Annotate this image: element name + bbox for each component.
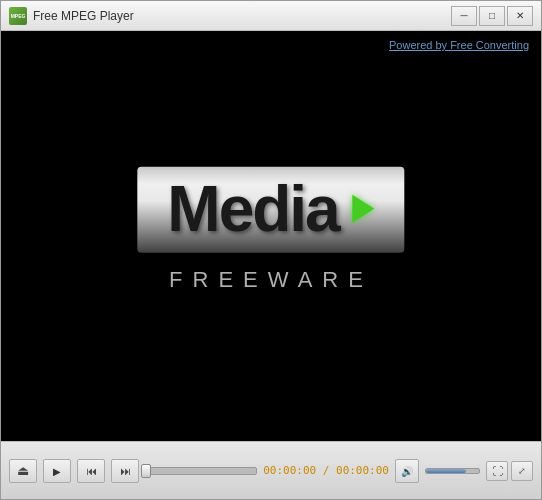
resize-icon: ⤢ (518, 466, 526, 476)
play-icon (53, 464, 61, 478)
prev-button[interactable] (77, 459, 105, 483)
close-button[interactable]: ✕ (507, 6, 533, 26)
volume-icon (401, 464, 413, 478)
video-area: Powered by Free Converting Media Freewar… (1, 31, 541, 441)
maximize-button[interactable]: □ (479, 6, 505, 26)
title-bar: MPEG Free MPEG Player ─ □ ✕ (1, 1, 541, 31)
media-logo: Media Freeware (137, 167, 404, 293)
time-display: 00:00:00 / 00:00:00 (263, 464, 389, 477)
volume-slider[interactable] (425, 468, 480, 474)
freeware-subtitle: Freeware (169, 267, 373, 293)
app-icon: MPEG (9, 7, 27, 25)
progress-bar[interactable] (145, 467, 257, 475)
powered-by-link[interactable]: Powered by Free Converting (389, 39, 529, 51)
eject-icon (17, 463, 29, 478)
play-button[interactable] (43, 459, 71, 483)
title-bar-controls: ─ □ ✕ (451, 6, 533, 26)
volume-fill (426, 469, 466, 473)
prev-icon (86, 464, 97, 478)
fullscreen-icon: ⛶ (492, 465, 503, 477)
media-text-box: Media (137, 167, 404, 253)
extra-buttons: ⛶ ⤢ (486, 461, 533, 481)
window-title: Free MPEG Player (33, 9, 134, 23)
volume-button[interactable] (395, 459, 419, 483)
controls-bar: 00:00:00 / 00:00:00 ⛶ ⤢ (1, 441, 541, 499)
controls-main-row: 00:00:00 / 00:00:00 ⛶ ⤢ (9, 459, 533, 483)
progress-thumb[interactable] (141, 464, 151, 478)
resize-button[interactable]: ⤢ (511, 461, 533, 481)
title-bar-left: MPEG Free MPEG Player (9, 7, 134, 25)
play-triangle-icon (353, 195, 375, 223)
main-window: MPEG Free MPEG Player ─ □ ✕ Powered by F… (0, 0, 542, 500)
fullscreen-button[interactable]: ⛶ (486, 461, 508, 481)
media-title: Media (167, 177, 338, 241)
minimize-button[interactable]: ─ (451, 6, 477, 26)
next-icon (120, 464, 131, 478)
next-button[interactable] (111, 459, 139, 483)
eject-button[interactable] (9, 459, 37, 483)
